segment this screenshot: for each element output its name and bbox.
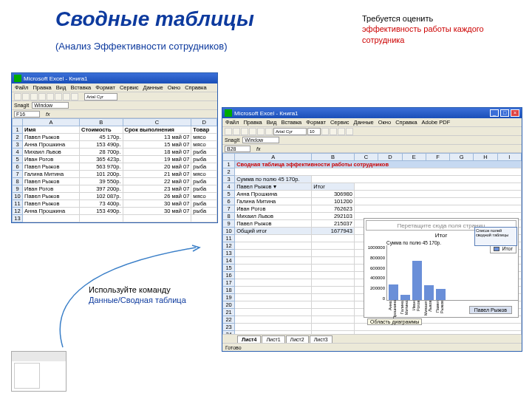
hint-line2: Данные/Сводная таблица bbox=[89, 296, 186, 304]
font-select[interactable]: Arial Cyr bbox=[84, 93, 117, 100]
close-icon[interactable]: × bbox=[511, 109, 519, 117]
toolbar-btn[interactable] bbox=[330, 128, 337, 135]
page-title: Сводные таблицы bbox=[55, 7, 254, 31]
menu-item[interactable]: Данные bbox=[354, 119, 374, 126]
toolbar-btn[interactable] bbox=[14, 93, 21, 100]
fontsize-select[interactable]: 10 bbox=[307, 128, 321, 135]
toolbar-1[interactable]: Arial Cyr bbox=[12, 92, 217, 101]
menu-item[interactable]: Adobe PDF bbox=[422, 119, 451, 126]
req-line1: Требуется оценить bbox=[362, 14, 433, 23]
menu-item[interactable]: Окно bbox=[378, 119, 391, 126]
title-bar[interactable]: Microsoft Excel - Книга1 bbox=[12, 73, 217, 83]
tooltip-diagram-area: Область диаграммы bbox=[367, 318, 422, 325]
menu-item[interactable]: Окно bbox=[168, 84, 180, 91]
toolbar-btn[interactable] bbox=[71, 93, 78, 100]
name-box[interactable]: B28 bbox=[225, 146, 250, 152]
toolbar-btn[interactable] bbox=[47, 93, 54, 100]
menu-bar[interactable]: ФайлПравкаВидВставкаФорматСервисДанныеОк… bbox=[12, 83, 217, 92]
formula-bar[interactable]: F16 fx bbox=[12, 110, 217, 118]
excel-window-data: Microsoft Excel - Книга1 ФайлПравкаВидВс… bbox=[11, 72, 218, 223]
chart-bar bbox=[424, 285, 434, 300]
sheet-tab[interactable]: Лист1 bbox=[262, 335, 284, 343]
fx-icon[interactable]: fx bbox=[46, 112, 50, 117]
toolbar-btn[interactable] bbox=[346, 128, 353, 135]
window-controls[interactable]: _ □ × bbox=[490, 109, 519, 117]
toolbar-btn[interactable] bbox=[55, 93, 62, 100]
toolbar-btn[interactable] bbox=[233, 128, 240, 135]
menu-item[interactable]: Сервис bbox=[330, 119, 349, 126]
snagit-select[interactable]: Window bbox=[242, 137, 279, 143]
chart-drop-field[interactable]: Павел Рыжов bbox=[469, 306, 512, 314]
chart-bar bbox=[436, 289, 446, 300]
thumbnail-image bbox=[11, 351, 66, 392]
pivot-field-list[interactable]: Список полей сводной таблицы bbox=[474, 227, 517, 246]
toolbar-btn[interactable] bbox=[22, 93, 30, 100]
snagit-bar[interactable]: SnagIt Window Сводная таблица ▾ bbox=[222, 136, 522, 145]
snagit-bar[interactable]: SnagIt Window bbox=[12, 101, 217, 110]
menu-item[interactable]: Вид bbox=[267, 119, 277, 126]
hint-text: Используйте команду Данные/Сводная табли… bbox=[89, 284, 214, 306]
font-select[interactable]: Arial Cyr bbox=[273, 128, 307, 135]
menu-item[interactable]: Файл bbox=[15, 84, 28, 91]
toolbar-btn[interactable] bbox=[257, 128, 265, 135]
snagit-label: SnagIt bbox=[225, 137, 239, 143]
toolbar-btn[interactable] bbox=[249, 128, 256, 135]
excel-icon bbox=[225, 109, 232, 117]
snagit-label: SnagIt bbox=[14, 103, 29, 108]
toolbar[interactable]: Arial Cyr 10 bbox=[222, 127, 522, 136]
toolbar-btn[interactable] bbox=[338, 128, 345, 135]
snagit-select[interactable]: Window bbox=[32, 102, 69, 109]
window-title: Microsoft Excel - Книга1 bbox=[234, 110, 299, 117]
title-bar[interactable]: Microsoft Excel - Книга1 _ □ × bbox=[222, 108, 522, 118]
sheet-tab[interactable]: Лист2 bbox=[286, 335, 309, 343]
formula-bar[interactable]: B28 fx bbox=[222, 145, 522, 153]
sheet-tab[interactable]: Лист3 bbox=[310, 335, 332, 343]
chart-y-axis: 10000008000006000004000002000000 bbox=[364, 245, 386, 301]
menu-item[interactable]: Файл bbox=[225, 119, 239, 126]
menu-bar[interactable]: Введите вопрос ФайлПравкаВидВставкаФорма… bbox=[222, 118, 522, 127]
maximize-icon[interactable]: □ bbox=[500, 109, 509, 117]
page-subtitle: (Анализ Эффективности сотрудников) bbox=[55, 41, 228, 52]
name-box[interactable]: F16 bbox=[14, 111, 40, 117]
minimize-icon[interactable]: _ bbox=[490, 109, 499, 117]
toolbar-btn[interactable] bbox=[321, 128, 329, 135]
menu-item[interactable]: Справка bbox=[395, 119, 417, 126]
menu-item[interactable]: Формат bbox=[95, 84, 115, 91]
menu-item[interactable]: Вид bbox=[56, 84, 66, 91]
menu-item[interactable]: Правка bbox=[33, 84, 51, 91]
menu-item[interactable]: Вставка bbox=[281, 119, 301, 126]
spreadsheet-grid[interactable]: ABCD1ИмяСтоимостьСрок выполненияТовар2Па… bbox=[12, 118, 217, 222]
fx-icon[interactable]: fx bbox=[256, 146, 260, 151]
toolbar-btn[interactable] bbox=[30, 93, 38, 100]
hint-line1: Используйте команду bbox=[89, 285, 171, 294]
excel-icon bbox=[14, 75, 21, 82]
menu-item[interactable]: Данные bbox=[143, 84, 163, 91]
spreadsheet-grid[interactable]: ABCDEFGHI1Сводная таблица эффективности … bbox=[222, 153, 522, 334]
toolbar-btn[interactable] bbox=[225, 128, 232, 135]
sheet-tabs[interactable]: Лист4Лист1Лист2Лист3 bbox=[222, 334, 522, 343]
toolbar-btn[interactable] bbox=[241, 128, 248, 135]
toolbar-btn[interactable] bbox=[38, 93, 46, 100]
chart-bar bbox=[400, 295, 410, 300]
status-bar: Готово bbox=[222, 343, 522, 351]
excel-window-pivot: Microsoft Excel - Книга1 _ □ × Введите в… bbox=[222, 107, 522, 352]
menu-item[interactable]: Справка bbox=[185, 84, 206, 91]
toolbar-btn[interactable] bbox=[265, 128, 273, 135]
menu-item[interactable]: Правка bbox=[243, 119, 262, 126]
sheet-tab[interactable]: Лист4 bbox=[237, 335, 261, 343]
chart-bars bbox=[386, 245, 518, 301]
req-line2: эффективность работы каждого сотрудника bbox=[362, 24, 484, 44]
window-title: Microsoft Excel - Книга1 bbox=[24, 75, 88, 82]
menu-item[interactable]: Формат bbox=[306, 119, 326, 126]
menu-item[interactable]: Сервис bbox=[120, 84, 139, 91]
requirement-box: Требуется оценить эффективность работы к… bbox=[362, 13, 510, 45]
chart-bar bbox=[412, 261, 422, 300]
menu-item[interactable]: Вставка bbox=[70, 84, 91, 91]
chart-bar bbox=[389, 284, 398, 300]
toolbar-btn[interactable] bbox=[63, 93, 70, 100]
